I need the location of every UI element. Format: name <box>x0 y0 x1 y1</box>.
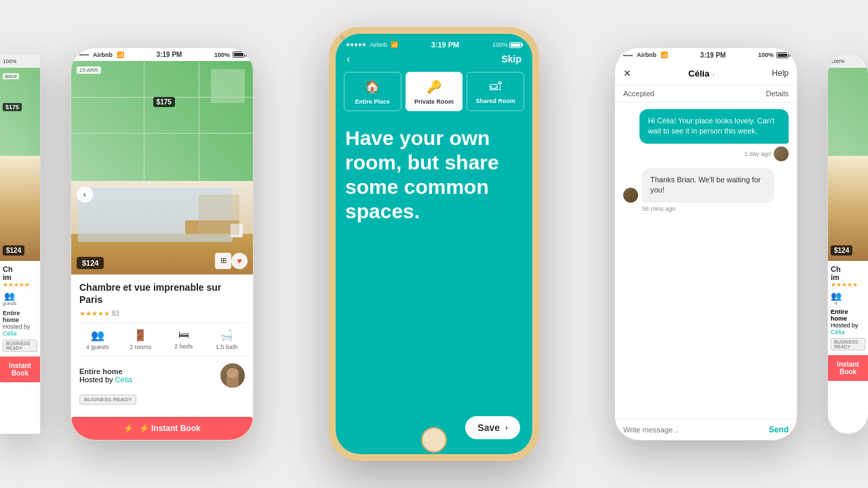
left-amenity-guests: 👥 4 guests <box>79 329 116 350</box>
left-map-area: 15 ARR $175 <box>71 61 253 181</box>
center-time: 3:19 PM <box>431 41 460 49</box>
far-left-price-map: $175 <box>3 103 22 111</box>
center-airbnb: Airbnb <box>370 41 387 48</box>
right-bubble-in: Thanks Brian. We'll be waiting for you! <box>642 168 774 203</box>
left-listing-title: Chambre et vue imprenable sur Paris <box>79 281 245 306</box>
far-left-title: Ch <box>3 265 37 273</box>
far-left-title2: im <box>3 273 37 281</box>
right-input-area: Send <box>615 419 797 440</box>
far-left-map-label: about <box>3 73 19 79</box>
far-left-host-type: Entire home <box>3 310 37 323</box>
far-right-battery: 100% <box>831 58 844 64</box>
right-receiver-avatar <box>623 188 638 203</box>
right-bubble-out: Hi Célia! Your place looks lovely. Can't… <box>639 109 789 144</box>
center-nav-bar: ‹ Skip <box>336 52 532 72</box>
room-type-private[interactable]: 🔑 Private Room <box>406 72 463 111</box>
left-listing-price: $124 <box>77 257 104 269</box>
center-room-types: 🏠 Entire Place 🔑 Private Room 🛋 Shared R… <box>336 72 532 111</box>
right-battery-pct: 100% <box>758 52 774 58</box>
left-host-name-row: Hosted by Célia <box>79 375 132 384</box>
right-message-input[interactable] <box>623 426 764 434</box>
right-details: Details <box>766 89 789 98</box>
left-amenity-rooms: 🚪 2 rooms <box>123 329 159 350</box>
scene: 100% about $175 $124 Ch im ★★★★★ 👥 <box>0 0 868 488</box>
center-save-btn[interactable]: Save › <box>465 416 520 439</box>
far-left-price: $124 <box>3 245 24 256</box>
right-time-in: 56 mins ago <box>642 205 789 212</box>
right-status-row: Accepted Details <box>615 85 797 102</box>
center-signal: Airbnb 📶 <box>347 41 398 48</box>
right-send-btn[interactable]: Send <box>769 425 789 434</box>
left-phone: ••••• Airbnb 📶 3:19 PM 100% 15 ARR <box>71 47 254 441</box>
right-msg-in-wrap: Thanks Brian. We'll be waiting for you! <box>623 168 789 203</box>
right-msg-header: ✕ Célia › Help <box>615 62 797 85</box>
right-time-out: 1 day ago <box>623 146 789 161</box>
shared-room-label: Shared Room <box>475 98 515 104</box>
left-map-price: $175 <box>153 97 175 107</box>
right-phone: ••••• Airbnb 📶 3:19 PM 100% ✕ Célia › He… <box>614 47 797 441</box>
left-wifi-icon: 📶 <box>117 52 124 58</box>
center-battery: 100% <box>492 41 521 48</box>
right-close-btn[interactable]: ✕ <box>623 68 631 79</box>
left-photo-btn[interactable]: ⊞ <box>215 253 231 269</box>
far-right-phone: 100% $124 Ch im ★★★★★ 👥 4 Entire home Ho… <box>827 54 868 434</box>
left-amenity-bath: 🛁 1.5 bath <box>209 329 245 350</box>
entire-place-label: Entire Place <box>355 98 391 105</box>
right-signal: ••••• <box>623 52 633 58</box>
right-sender-avatar <box>774 146 789 161</box>
right-contact-name[interactable]: Célia › <box>688 67 715 79</box>
center-phone-shell: Airbnb 📶 3:19 PM 100% ‹ Skip <box>329 27 539 461</box>
far-left-business-badge: BUSINESS READY <box>3 340 37 352</box>
left-host-avatar <box>220 363 245 388</box>
right-messages-area: Hi Célia! Your place looks lovely. Can't… <box>615 102 797 419</box>
center-skip-btn[interactable]: Skip <box>501 54 521 64</box>
right-contact-arrow: › <box>713 70 715 78</box>
right-help-btn[interactable]: Help <box>772 68 789 78</box>
far-left-phone: 100% about $175 $124 Ch im ★★★★★ 👥 <box>0 54 41 434</box>
private-room-label: Private Room <box>414 98 454 105</box>
room-type-entire[interactable]: 🏠 Entire Place <box>344 72 401 111</box>
right-time: 3:19 PM <box>701 52 726 59</box>
far-right-price: $124 <box>831 245 852 256</box>
center-phone-wrapper: Airbnb 📶 3:19 PM 100% ‹ Skip <box>329 27 539 461</box>
far-left-hosted: Hosted by Célia <box>3 323 37 337</box>
left-battery-pct: 100% <box>214 52 230 58</box>
left-signal-dots: ••••• <box>79 52 89 58</box>
left-airbnb-label: Airbnb <box>93 52 113 58</box>
left-instant-book[interactable]: ⚡ ⚡ Instant Book <box>71 417 253 440</box>
left-amenity-beds: 🛏 2 beds <box>165 329 202 350</box>
far-left-guests: guests <box>3 301 17 306</box>
right-wifi-icon: 📶 <box>660 52 668 58</box>
center-home-button[interactable] <box>421 427 447 453</box>
left-host-row: Entire home Hosted by Célia <box>79 363 245 388</box>
left-listing-body: Chambre et vue imprenable sur Paris ★★★★… <box>71 274 253 417</box>
shared-room-icon: 🛋 <box>490 79 502 94</box>
far-left-battery: 100% <box>3 58 16 64</box>
left-listing-image: $124 ‹ ⊞ ♥ <box>71 181 253 274</box>
center-status-bar: Airbnb 📶 3:19 PM 100% <box>336 34 532 52</box>
right-airbnb: Airbnb <box>637 52 656 58</box>
far-left-instant-book[interactable]: Instant Book <box>0 357 40 382</box>
left-host-type: Entire home <box>79 367 132 375</box>
right-msg-out: Hi Célia! Your place looks lovely. Can't… <box>623 109 789 144</box>
private-room-icon: 🔑 <box>427 79 441 94</box>
left-amenities: 👥 4 guests 🚪 2 rooms 🛏 2 beds 🛁 1.5 bath <box>79 323 245 357</box>
center-wifi-icon: 📶 <box>391 41 398 48</box>
center-phone-screen: Airbnb 📶 3:19 PM 100% ‹ Skip <box>336 34 532 454</box>
right-accepted: Accepted <box>623 89 654 98</box>
save-label: Save <box>477 422 500 433</box>
left-host-name: Célia <box>115 375 132 384</box>
left-business-badge: BUSINESS READY <box>79 394 136 405</box>
far-left-stars: ★★★★★ <box>3 281 37 288</box>
save-chevron-icon: › <box>505 423 508 432</box>
left-heart-btn[interactable]: ♥ <box>231 253 248 269</box>
left-stars: ★★★★★ 83 <box>79 310 245 317</box>
center-headline: Have your own room, but share some commo… <box>336 121 532 454</box>
room-type-shared[interactable]: 🛋 Shared Room <box>467 72 524 111</box>
left-status-bar: ••••• Airbnb 📶 3:19 PM 100% <box>71 48 253 61</box>
left-time: 3:19 PM <box>157 51 182 58</box>
right-status-bar: ••••• Airbnb 📶 3:19 PM 100% <box>615 48 797 62</box>
entire-place-icon: 🏠 <box>365 79 380 94</box>
center-back-btn[interactable]: ‹ <box>347 53 350 65</box>
